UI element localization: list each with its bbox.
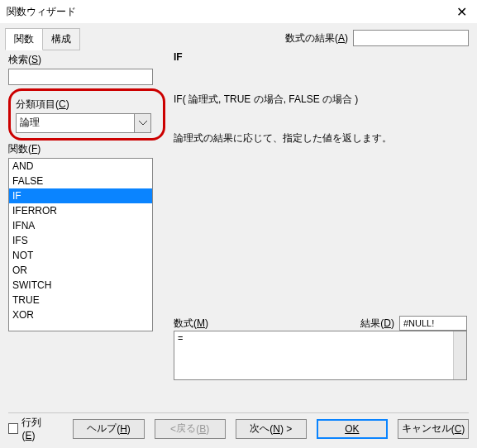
result-of-formula-label: 数式の結果(A) [285, 31, 348, 45]
list-item[interactable]: IFERROR [9, 203, 152, 218]
formula-textarea[interactable]: = [174, 331, 467, 380]
window-title: 関数ウィザード [7, 5, 453, 19]
list-item[interactable]: SWITCH [9, 278, 152, 293]
tab-structure[interactable]: 構成 [42, 28, 80, 50]
result-label: 結果(D) [360, 317, 394, 331]
list-item[interactable]: XOR [9, 307, 152, 322]
list-item[interactable]: IF [9, 188, 152, 203]
result-of-formula-box [353, 30, 469, 46]
function-label: 関数(F) [8, 142, 165, 156]
scrollbar[interactable] [453, 331, 466, 379]
list-item[interactable]: TRUE [9, 293, 152, 307]
selected-fn-signature: IF( 論理式, TRUE の場合, FALSE の場合 ) [174, 93, 467, 107]
selected-fn-description: 論理式の結果に応じて、指定した値を返します。 [174, 131, 467, 145]
function-list[interactable]: ANDFALSEIFIFERRORIFNAIFSNOTORSWITCHTRUEX… [8, 158, 153, 331]
matrix-checkbox[interactable]: 行列(E) [8, 416, 53, 441]
list-item[interactable]: FALSE [9, 174, 152, 188]
back-button: < 戻る(B) [155, 419, 226, 439]
list-item[interactable]: NOT [9, 248, 152, 263]
category-dropdown[interactable]: 論理 [16, 113, 151, 133]
tab-functions[interactable]: 関数 [5, 28, 43, 50]
category-label: 分類項目(C) [16, 98, 158, 112]
selected-fn-name: IF [174, 51, 467, 63]
search-input[interactable] [8, 69, 153, 85]
close-icon[interactable]: ✕ [453, 4, 470, 20]
list-item[interactable]: OR [9, 263, 152, 278]
list-item[interactable]: IFS [9, 233, 152, 248]
category-value: 論理 [16, 113, 135, 133]
list-item[interactable]: AND [9, 159, 152, 174]
ok-button[interactable]: OK [317, 419, 388, 439]
next-button[interactable]: 次へ(N) > [236, 419, 307, 439]
help-button[interactable]: ヘルプ(H) [73, 419, 144, 439]
cancel-button[interactable]: キャンセル(C) [398, 419, 469, 439]
search-label: 検索(S) [8, 53, 165, 67]
result-value: #NULL! [399, 316, 467, 331]
checkbox-icon [8, 423, 18, 434]
chevron-down-icon[interactable] [135, 113, 151, 133]
formula-label: 数式(M) [174, 317, 360, 331]
list-item[interactable]: IFNA [9, 218, 152, 233]
